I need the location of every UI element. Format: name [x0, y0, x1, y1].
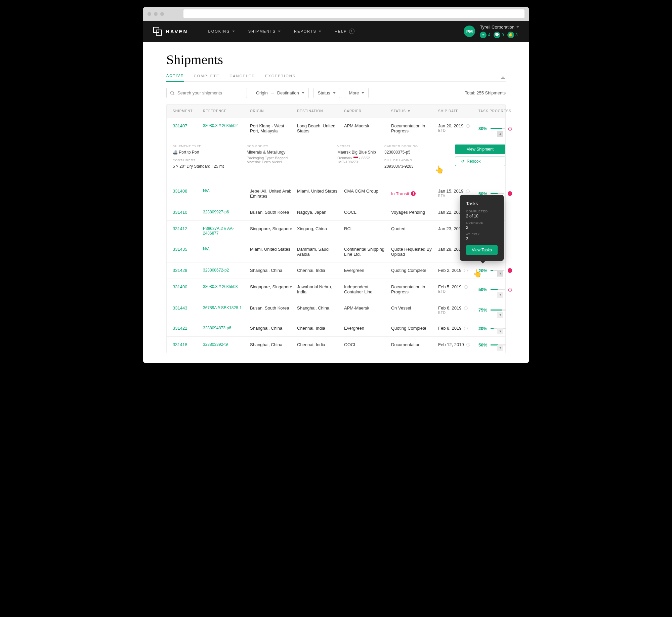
bill-of-lading: 209303l73-9283 [384, 164, 452, 169]
origin-cell: Busan, South Korea [250, 210, 294, 215]
table-row[interactable]: 331407 38080.3 // 2035502 Port Klang - W… [167, 118, 505, 139]
search-icon [170, 91, 175, 95]
progress-cell: 50% [478, 342, 512, 347]
reference-cell: N/A [203, 247, 247, 257]
traffic-light-close[interactable] [148, 12, 151, 16]
col-shipdate[interactable]: SHIP DATE [438, 109, 475, 113]
traffic-light-max[interactable] [160, 12, 164, 16]
commodity: Minerals & Metallurgy [247, 150, 334, 155]
table-row[interactable]: 331412 P38637A.2 // AA-2486877 Singapore… [167, 220, 505, 241]
col-progress[interactable]: TASK PROGRESS [478, 109, 512, 113]
expand-toggle[interactable]: ▼ [497, 345, 503, 351]
table-row[interactable]: 331443 36789A // SBK1828-1 Busan, South … [167, 300, 505, 320]
progress-bar [491, 193, 504, 194]
view-shipment-button[interactable]: View Shipment [455, 145, 505, 154]
tab-canceled[interactable]: CANCELED [229, 74, 255, 81]
progress-cell: 50% ◷ [478, 284, 512, 294]
origin-cell: Busan, South Korea [250, 305, 294, 315]
filter-more[interactable]: More [345, 88, 369, 98]
search-input-wrap[interactable] [166, 88, 247, 98]
shipment-id[interactable]: 331443 [173, 305, 200, 315]
reference-cell: 323803392-t9 [203, 342, 247, 347]
reference-cell: 38080.3 // 2035502 [203, 123, 247, 133]
svg-line-3 [173, 94, 175, 95]
filter-status[interactable]: Status [313, 88, 340, 98]
progress-pct: 20% [478, 326, 487, 331]
nav-reports[interactable]: REPORTS [294, 29, 321, 34]
nav-help[interactable]: HELP? [335, 29, 354, 34]
tab-complete[interactable]: COMPLETE [194, 74, 220, 81]
col-origin[interactable]: ORIGIN [250, 109, 294, 113]
avatar[interactable]: PM [464, 26, 475, 37]
destination-cell: Jawaharlal Nehru, India [297, 284, 341, 294]
origin-cell: Miami, United States [250, 247, 294, 257]
shipment-id[interactable]: 331407 [173, 123, 200, 133]
company-selector[interactable]: Tyrell Corporation [480, 25, 519, 30]
badge-bell[interactable]: 🔔3 [507, 32, 518, 38]
col-carrier[interactable]: CARRIER [344, 109, 388, 113]
carrier-cell: Continental Shipping Line Ltd. [344, 247, 388, 257]
table-row[interactable]: 331490 38080.3 // 2035503 Singapore, Sin… [167, 279, 505, 300]
tabs: ACTIVE COMPLETE CANCELED EXCEPTIONS [166, 74, 506, 82]
arrow-right-icon: → [270, 91, 275, 95]
rebook-button[interactable]: ⟳ Rebook [455, 157, 505, 166]
badge-list[interactable]: ≡4 [480, 32, 490, 38]
shipment-id[interactable]: 331418 [173, 342, 200, 347]
date-cell: Feb 2, 2019 ⓘ [438, 268, 475, 273]
logo-text: HAVEN [166, 29, 188, 34]
table-row[interactable]: 331410 323809927-p6 Busan, South Korea N… [167, 204, 505, 220]
tab-active[interactable]: ACTIVE [166, 74, 184, 82]
search-input[interactable] [177, 90, 243, 95]
origin-cell: Jebel Ali, United Arab Emirates [250, 189, 294, 199]
nav-shipments[interactable]: SHIPMENTS [248, 29, 281, 34]
expand-toggle[interactable]: ▼ [497, 271, 503, 277]
progress-cell: 80% ◷ [478, 123, 512, 133]
expand-toggle[interactable]: ▲ [497, 131, 503, 137]
table-row[interactable]: 331418 323803392-t9 Shanghai, China Chen… [167, 336, 505, 353]
shipment-id[interactable]: 331490 [173, 284, 200, 294]
col-status[interactable]: STATUS ▼ [391, 109, 435, 113]
expand-toggle[interactable]: ▼ [497, 312, 503, 318]
expand-toggle[interactable]: ▼ [497, 292, 503, 298]
carrier-cell: OOCL [344, 210, 388, 215]
shipment-id[interactable]: 331422 [173, 326, 200, 331]
list-icon: ≡ [480, 32, 487, 38]
reference-cell: N/A [203, 189, 247, 199]
progress-pct: 75% [478, 307, 487, 313]
carrier-cell: APM-Maersk [344, 123, 388, 133]
nav-booking[interactable]: BOOKING [208, 29, 235, 34]
shipment-id[interactable]: 331429 [173, 268, 200, 273]
shipment-id[interactable]: 331410 [173, 210, 200, 215]
expand-toggle[interactable]: ▼ [497, 328, 503, 334]
status-cell: Documentation in Progress [391, 123, 435, 133]
download-icon[interactable] [500, 74, 506, 81]
table-row[interactable]: 331435 N/A Miami, United States Dammam, … [167, 241, 505, 262]
tasks-tooltip: Tasks COMPLETED 2 of 10 OVERDUE 2 AT RIS… [460, 195, 504, 261]
table-row[interactable]: 331422 3238094873-p6 Shanghai, China Che… [167, 320, 505, 336]
filter-route[interactable]: Origin→Destination [252, 88, 309, 98]
table-row[interactable]: 331408 N/A Jebel Ali, United Arab Emirat… [167, 183, 505, 204]
chevron-down-icon [232, 31, 235, 32]
chevron-down-icon [362, 92, 364, 94]
col-reference[interactable]: REFERENCE [203, 109, 247, 113]
view-tasks-button[interactable]: View Tasks [466, 245, 498, 255]
traffic-light-min[interactable] [154, 12, 158, 16]
destination-cell: Miami, United States [297, 189, 341, 199]
url-bar[interactable] [183, 9, 524, 18]
badge-chat[interactable]: 💬9 [494, 32, 504, 38]
date-cell: Jan 20, 2019 ⓘETD [438, 123, 475, 133]
logo[interactable]: HAVEN [153, 27, 188, 36]
clock-icon: ◷ [508, 126, 512, 131]
tab-exceptions[interactable]: EXCEPTIONS [265, 74, 296, 81]
reference-cell: 3238094873-p6 [203, 326, 247, 331]
table-row[interactable]: 331429 323808672-p2 Shanghai, China Chen… [167, 262, 505, 279]
shipment-id[interactable]: 331435 [173, 247, 200, 257]
shipment-id[interactable]: 331412 [173, 226, 200, 236]
alert-icon: ! [508, 268, 512, 273]
containers: 5 × 20" Dry Standard : 25 mt [173, 164, 243, 169]
destination-cell: Chennai, India [297, 268, 341, 273]
info-icon: ⓘ [464, 326, 468, 330]
shipment-id[interactable]: 331408 [173, 189, 200, 199]
col-destination[interactable]: DESTINATION [297, 109, 341, 113]
col-shipment[interactable]: SHIPMENT [173, 109, 200, 113]
